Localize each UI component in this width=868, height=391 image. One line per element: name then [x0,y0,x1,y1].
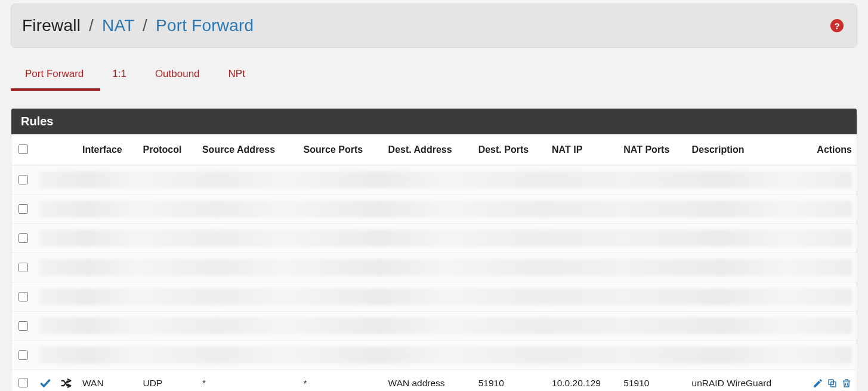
table-row[interactable]: WAN UDP * * WAN address 51910 10.0.20.12… [11,370,857,392]
table-row-redacted[interactable] [11,341,857,370]
row-select-checkbox[interactable] [18,321,28,331]
cell-protocol: UDP [138,370,197,392]
cell-dest-addr: WAN address [384,370,474,392]
row-select-checkbox[interactable] [18,233,28,243]
tab-port-forward[interactable]: Port Forward [24,62,85,91]
cell-nat-ip: 10.0.20.129 [547,370,619,392]
table-head: Interface Protocol Source Address Source… [11,134,857,165]
breadcrumb-sep-icon: / [139,16,151,35]
redacted-content [35,282,857,312]
col-dest-ports: Dest. Ports [474,134,547,165]
table-row-redacted[interactable] [11,165,857,195]
table-row-redacted[interactable] [11,195,857,224]
row-select-checkbox[interactable] [18,350,28,360]
col-status [35,134,78,165]
col-src-addr: Source Address [197,134,299,165]
redacted-content [35,224,857,253]
col-dest-addr: Dest. Address [384,134,474,165]
rules-panel: Rules Interface Protocol Source Address … [11,108,857,391]
help-icon[interactable]: ? [830,19,844,32]
copy-icon[interactable] [827,378,838,389]
table-row-redacted[interactable] [11,224,857,253]
trash-icon[interactable] [841,378,852,389]
cell-src-ports: * [299,370,384,392]
row-select-checkbox[interactable] [18,175,28,184]
redacted-content [35,341,857,370]
rules-table: Interface Protocol Source Address Source… [11,134,857,391]
cell-description: unRAID WireGuard [687,370,797,392]
table-row-redacted[interactable] [11,312,857,341]
table-body: WAN UDP * * WAN address 51910 10.0.20.12… [11,165,857,392]
breadcrumb-root: Firewall [22,16,81,35]
tab-outbound[interactable]: Outbound [154,62,201,91]
col-nat-ip: NAT IP [547,134,619,165]
row-select-checkbox[interactable] [18,378,28,387]
row-actions [801,378,852,389]
redacted-content [35,165,857,195]
breadcrumb-nat-link[interactable]: NAT [102,16,134,35]
redacted-content [35,195,857,224]
row-select-checkbox[interactable] [18,263,28,272]
cell-interface: WAN [78,370,138,392]
col-src-ports: Source Ports [299,134,384,165]
rules-title: Rules [11,109,857,134]
tab-one-to-one[interactable]: 1:1 [111,62,128,91]
cell-nat-ports: 51910 [619,370,687,392]
col-nat-ports: NAT Ports [619,134,687,165]
table-row-redacted[interactable] [11,253,857,282]
row-select-checkbox[interactable] [18,204,28,214]
cell-dest-ports: 51910 [474,370,547,392]
breadcrumb-leaf-link[interactable]: Port Forward [156,16,254,35]
check-icon[interactable] [39,377,51,389]
redacted-content [35,253,857,282]
col-actions: Actions [796,134,857,165]
row-select-checkbox[interactable] [18,292,28,301]
col-protocol: Protocol [138,134,197,165]
breadcrumb-sep-icon: / [85,16,97,35]
page-header: Firewall / NAT / Port Forward ? [11,4,857,48]
col-description: Description [687,134,797,165]
table-row-redacted[interactable] [11,282,857,312]
breadcrumb: Firewall / NAT / Port Forward [22,16,254,35]
tabs: Port Forward 1:1 Outbound NPt [11,48,857,91]
edit-icon[interactable] [813,378,823,389]
select-all-checkbox[interactable] [18,144,28,154]
redacted-content [35,312,857,341]
linked-rule-icon[interactable] [60,377,73,389]
tab-npt[interactable]: NPt [227,62,246,91]
cell-src-addr: * [197,370,299,392]
col-interface: Interface [78,134,138,165]
